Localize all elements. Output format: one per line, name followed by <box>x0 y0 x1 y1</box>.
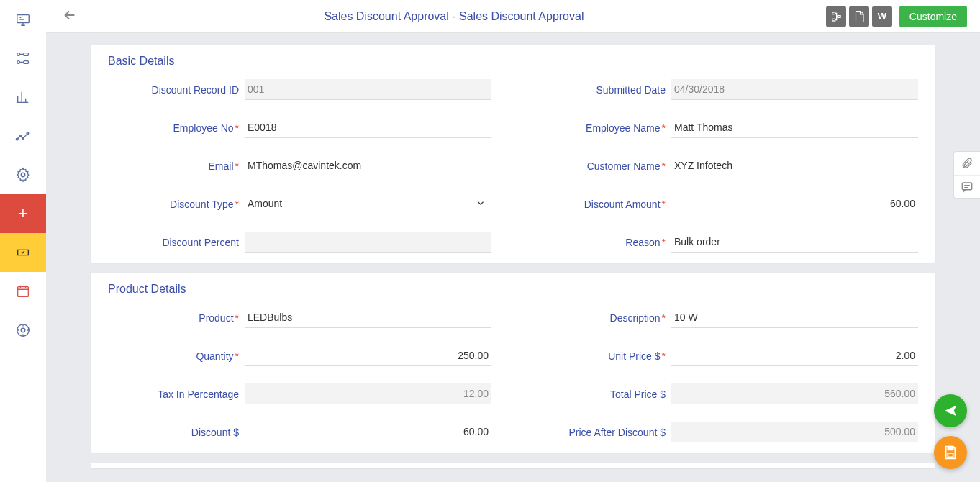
sidebar-add[interactable]: + <box>0 194 46 233</box>
row-unit-price: Unit Price $* <box>535 345 918 366</box>
calendar-icon <box>15 283 31 299</box>
input-quantity[interactable] <box>245 345 491 366</box>
label-employee-name: Employee Name* <box>535 122 671 134</box>
dashboard-icon <box>15 12 31 27</box>
sidebar-workflow[interactable] <box>0 39 46 78</box>
row-total-price: Total Price $ <box>535 383 918 404</box>
sidebar-analytics[interactable] <box>0 78 46 117</box>
pdf-button[interactable] <box>849 6 869 27</box>
svg-point-9 <box>21 173 25 177</box>
page-title: Sales Discount Approval - Sales Discount… <box>82 10 826 23</box>
svg-rect-3 <box>24 53 28 56</box>
input-customer-name[interactable] <box>671 155 918 176</box>
comments-tab[interactable] <box>954 175 980 198</box>
svg-point-12 <box>21 328 25 332</box>
input-discount-percent[interactable] <box>245 232 491 253</box>
ticket-icon <box>15 245 31 260</box>
row-reason: Reason* <box>535 232 918 253</box>
input-tax-pct[interactable] <box>245 383 491 404</box>
input-product[interactable] <box>245 307 491 328</box>
label-price-after: Price After Discount $ <box>535 427 671 438</box>
label-discount-type: Discount Type* <box>108 199 245 210</box>
svg-rect-16 <box>962 183 972 190</box>
input-unit-price[interactable] <box>671 345 918 366</box>
label-quantity: Quantity* <box>108 350 245 362</box>
analytics-icon <box>15 89 31 105</box>
section-title-basic: Basic Details <box>108 55 918 68</box>
gear-icon <box>15 167 31 183</box>
row-product: Product* <box>108 307 491 328</box>
input-reason[interactable] <box>671 232 918 253</box>
content: Basic Details Discount Record ID Submitt… <box>46 33 980 482</box>
tree-view-button[interactable] <box>826 6 846 27</box>
attachments-tab[interactable] <box>954 152 980 175</box>
row-employee-no: Employee No* <box>108 117 491 138</box>
input-discount-record-id[interactable] <box>245 79 491 100</box>
row-quantity: Quantity* <box>108 345 491 366</box>
input-discount[interactable] <box>245 422 491 442</box>
input-employee-name[interactable] <box>671 117 918 138</box>
input-submitted-date[interactable] <box>671 79 918 100</box>
label-reason: Reason* <box>535 237 671 248</box>
header-actions: W Customize <box>826 6 967 27</box>
label-submitted-date: Submitted Date <box>535 84 671 96</box>
arrow-left-icon <box>62 7 78 23</box>
row-customer-name: Customer Name* <box>535 155 918 176</box>
label-employee-no: Employee No* <box>108 122 245 134</box>
label-tax-pct: Tax In Percentage <box>108 388 245 400</box>
sidebar: + <box>0 0 46 482</box>
main: Sales Discount Approval - Sales Discount… <box>46 0 980 482</box>
basic-details-section: Basic Details Discount Record ID Submitt… <box>91 45 935 263</box>
row-discount-amount: Discount Amount* <box>535 194 918 214</box>
row-submitted-date: Submitted Date <box>535 79 918 100</box>
sidebar-settings[interactable] <box>0 155 46 194</box>
label-email: Email* <box>108 160 245 172</box>
workflow-icon <box>15 50 31 66</box>
input-employee-no[interactable] <box>245 117 491 138</box>
input-total-price[interactable] <box>671 383 918 404</box>
svg-rect-10 <box>18 287 29 297</box>
label-discount-percent: Discount Percent <box>108 237 245 248</box>
send-icon <box>943 403 958 419</box>
input-email[interactable] <box>245 155 491 176</box>
header: Sales Discount Approval - Sales Discount… <box>46 0 980 33</box>
save-icon <box>943 445 958 460</box>
sidebar-trend[interactable] <box>0 117 46 155</box>
label-customer-name: Customer Name* <box>535 160 671 172</box>
sidebar-calendar[interactable] <box>0 272 46 311</box>
section-title-product: Product Details <box>108 283 918 296</box>
svg-point-8 <box>27 132 29 135</box>
svg-rect-15 <box>838 15 840 17</box>
customize-button[interactable]: Customize <box>899 6 967 27</box>
paperclip-icon <box>961 157 974 170</box>
basic-form: Discount Record ID Submitted Date Employ… <box>108 79 918 253</box>
row-discount-record-id: Discount Record ID <box>108 79 491 100</box>
word-button[interactable]: W <box>872 6 892 27</box>
sidebar-help[interactable] <box>0 311 46 350</box>
back-button[interactable] <box>62 7 78 25</box>
label-product: Product* <box>108 312 245 324</box>
word-icon: W <box>878 11 886 22</box>
svg-rect-13 <box>832 12 835 14</box>
right-tabs <box>953 151 980 199</box>
pdf-icon <box>853 10 866 23</box>
comment-icon <box>961 181 974 194</box>
label-total-price: Total Price $ <box>535 388 671 400</box>
row-email: Email* <box>108 155 491 176</box>
input-discount-amount[interactable] <box>671 194 918 214</box>
label-unit-price: Unit Price $* <box>535 350 671 362</box>
svg-point-1 <box>17 53 20 56</box>
save-fab[interactable] <box>934 436 967 469</box>
sidebar-ticket[interactable] <box>0 233 46 272</box>
select-discount-type[interactable] <box>245 194 491 214</box>
submit-fab[interactable] <box>934 394 967 427</box>
input-price-after[interactable] <box>671 422 918 442</box>
product-form: Product* Description* Quantity* Unit Pri… <box>108 307 918 442</box>
input-description[interactable] <box>671 307 918 328</box>
row-discount-percent: Discount Percent <box>108 232 491 253</box>
sidebar-dashboard[interactable] <box>0 0 46 39</box>
product-details-section: Product Details Product* Description* Qu… <box>91 273 935 453</box>
next-section <box>91 463 935 468</box>
label-discount: Discount $ <box>108 427 245 438</box>
plus-icon: + <box>19 204 28 223</box>
